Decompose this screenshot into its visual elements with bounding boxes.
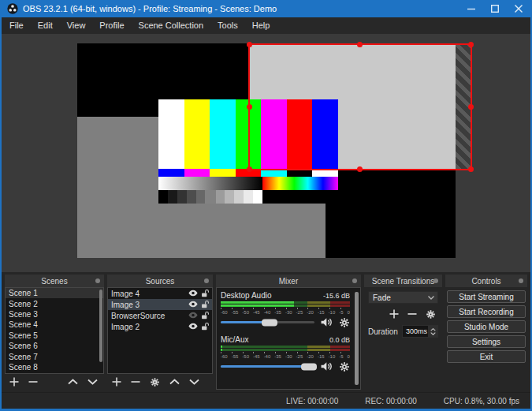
menu-tools[interactable]: Tools [210, 17, 245, 34]
selection-handle-bottom-mid[interactable] [357, 166, 363, 172]
meter-tick-label: -15 [318, 354, 325, 359]
maximize-button[interactable] [483, 0, 507, 17]
speaker-icon[interactable] [320, 317, 333, 327]
visibility-eye-icon-hidden[interactable] [188, 312, 198, 320]
obs-logo-icon [7, 3, 18, 14]
preview-area[interactable] [2, 34, 530, 272]
source-properties-gear-icon[interactable] [150, 377, 160, 387]
scene-list-item[interactable]: Scene 2 [6, 298, 103, 308]
meter-tick-label: -15 [318, 310, 325, 315]
scenes-list[interactable]: Scene 1 Scene 2 Scene 3 Scene 4 Scene 5 … [5, 287, 104, 374]
lock-icon[interactable] [201, 300, 209, 310]
menu-edit[interactable]: Edit [31, 17, 60, 34]
close-button[interactable] [507, 0, 530, 17]
transition-properties-gear-icon[interactable] [426, 309, 436, 319]
menu-help[interactable]: Help [245, 17, 277, 34]
visibility-eye-icon[interactable] [188, 290, 198, 298]
selection-box[interactable] [248, 43, 472, 170]
source-list-item[interactable]: Image 3 [108, 299, 212, 310]
duration-spin-buttons [428, 326, 437, 337]
spin-down-icon[interactable] [430, 332, 436, 335]
selection-handle-top-left[interactable] [247, 42, 252, 47]
scenes-scrollbar[interactable] [99, 290, 102, 362]
start-streaming-button[interactable]: Start Streaming [447, 290, 526, 303]
speaker-icon[interactable] [320, 361, 333, 372]
controls-panel-title: Controls [471, 277, 500, 286]
selection-handle-mid-left[interactable] [247, 104, 252, 110]
selection-handle-bottom-left[interactable] [247, 166, 252, 172]
mixer-panel-header[interactable]: Mixer [216, 275, 361, 287]
lock-icon[interactable] [201, 311, 209, 321]
scene-list-item[interactable]: Scene 3 [6, 309, 103, 319]
dock-pin-icon [519, 278, 523, 283]
volume-slider-handle[interactable] [262, 319, 277, 326]
remove-scene-button[interactable] [28, 377, 38, 387]
add-transition-button[interactable] [389, 309, 399, 319]
volume-meter [221, 305, 350, 307]
exit-button[interactable]: Exit [447, 350, 526, 363]
menu-file[interactable]: File [2, 17, 31, 34]
scene-list-item[interactable]: Scene 6 [6, 341, 103, 351]
source-move-down-button[interactable] [189, 379, 199, 385]
scene-list-item[interactable]: Scene 5 [6, 331, 103, 341]
scene-list-item[interactable]: Scene 9 [6, 372, 103, 374]
selection-handle-mid-right[interactable] [468, 104, 474, 110]
controls-panel-header[interactable]: Controls [445, 275, 527, 287]
dock-pin-icon [433, 278, 438, 283]
transition-select[interactable]: Fade [368, 291, 438, 304]
settings-button[interactable]: Settings [447, 335, 526, 348]
volume-slider[interactable] [221, 362, 314, 371]
scene-move-down-button[interactable] [87, 379, 98, 385]
volume-slider-handle[interactable] [301, 363, 317, 370]
duration-spinbox[interactable]: 300ms [402, 325, 438, 338]
scene-list-item[interactable]: Scene 1 [6, 288, 103, 298]
selection-handle-top-right[interactable] [468, 42, 474, 47]
menu-view[interactable]: View [60, 17, 93, 34]
selection-handle-top-mid[interactable] [357, 42, 363, 47]
mixer-scrollbar[interactable] [355, 292, 359, 385]
meter-tick-label: -30 [285, 310, 292, 315]
sources-panel-header[interactable]: Sources [107, 275, 213, 287]
scene-move-up-button[interactable] [68, 379, 78, 385]
source-list-item[interactable]: Image 2 [108, 321, 212, 332]
remove-source-button[interactable] [131, 377, 140, 387]
spin-up-icon[interactable] [430, 328, 436, 331]
titlebar[interactable]: OBS 23.2.1 (64-bit, windows) - Profile: … [2, 0, 530, 17]
source-name: Image 4 [111, 290, 140, 298]
add-scene-button[interactable] [9, 377, 19, 387]
transitions-body: Fade Duration 300ms [364, 287, 442, 338]
scenes-panel-header[interactable]: Scenes [5, 275, 104, 287]
menu-scene-collection[interactable]: Scene Collection [132, 17, 211, 34]
scenes-panel: Scenes Scene 1 Scene 2 Scene 3 Scene 4 S… [5, 275, 104, 390]
visibility-eye-icon[interactable] [188, 301, 198, 309]
source-move-up-button[interactable] [169, 379, 180, 385]
start-recording-button[interactable]: Start Recording [447, 305, 526, 318]
channel-settings-gear-icon[interactable] [339, 317, 350, 328]
scene-list-item[interactable]: Scene 7 [6, 351, 103, 361]
source-list-item[interactable]: Image 4 [108, 288, 212, 299]
scene-list-item[interactable]: Scene 8 [6, 362, 103, 372]
meter-tick-label: -30 [285, 354, 292, 359]
scene-list-item[interactable]: Scene 4 [6, 319, 103, 330]
duration-value: 300ms [403, 327, 428, 335]
add-source-button[interactable] [112, 377, 121, 387]
transitions-panel-title: Scene Transitions [372, 277, 435, 286]
lock-icon[interactable] [201, 289, 209, 299]
channel-settings-gear-icon[interactable] [339, 361, 350, 372]
minimize-button[interactable] [459, 0, 483, 17]
lock-icon[interactable] [201, 322, 209, 332]
menu-profile[interactable]: Profile [92, 17, 131, 34]
meter-tick-label: 0 [348, 310, 350, 315]
studio-mode-button[interactable]: Studio Mode [447, 320, 526, 333]
volume-slider[interactable] [221, 318, 314, 327]
visibility-eye-icon[interactable] [188, 323, 198, 331]
meter-tick-marks [221, 352, 350, 353]
mixer-channel-desktop-audio: Desktop Audio -15.6 dB -60-55-50-45-40-3… [221, 291, 350, 327]
selection-handle-bottom-right[interactable] [468, 166, 474, 172]
remove-transition-button[interactable] [407, 309, 417, 319]
scene-transitions-panel: Scene Transitions Fade Duration 300ms [364, 275, 442, 390]
mixer-panel: Mixer Desktop Audio -15.6 dB -60-55-50-4… [216, 275, 361, 390]
source-list-item[interactable]: BrowserSource [108, 310, 212, 321]
transitions-panel-header[interactable]: Scene Transitions [364, 275, 442, 287]
sources-list[interactable]: Image 4 Image 3 BrowserSource [107, 287, 213, 374]
